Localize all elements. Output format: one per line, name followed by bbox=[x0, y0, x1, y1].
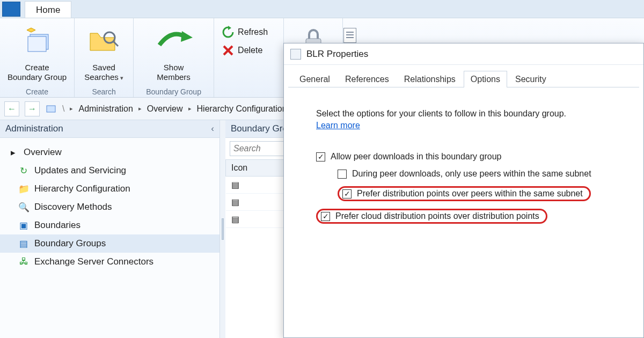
checkbox-icon[interactable] bbox=[316, 152, 325, 161]
folder-icon: 📁 bbox=[18, 183, 29, 194]
tab-security[interactable]: Security bbox=[508, 71, 553, 87]
svg-rect-10 bbox=[47, 106, 55, 112]
updates-icon: ↻ bbox=[18, 165, 29, 176]
discovery-icon: 🔍 bbox=[18, 202, 29, 212]
delete-label: Delete bbox=[238, 46, 262, 55]
delete-icon bbox=[222, 44, 235, 57]
nav-item-label: Exchange Server Connectors bbox=[34, 256, 153, 267]
nav-item-boundaries[interactable]: ▣ Boundaries bbox=[0, 216, 219, 234]
nav-title: Administration bbox=[5, 123, 63, 134]
opt-allow-peer[interactable]: Allow peer downloads in this boundary gr… bbox=[316, 152, 624, 161]
tab-home[interactable]: Home bbox=[25, 1, 71, 18]
show-members-caption: Boundary Group bbox=[146, 85, 201, 96]
dialog-icon bbox=[290, 49, 301, 60]
checkbox-label: Prefer distribution points over peers wi… bbox=[357, 189, 583, 199]
nav-item-hierarchy[interactable]: 📁 Hierarchy Configuration bbox=[0, 180, 219, 198]
splitter[interactable] bbox=[220, 120, 225, 338]
nav-collapse-icon[interactable]: ‹ bbox=[211, 123, 214, 134]
checkbox-icon[interactable] bbox=[321, 212, 330, 221]
ribbon-show-members[interactable]: Show Members Boundary Group bbox=[134, 18, 214, 97]
opt-prefer-cloud-dp[interactable]: Prefer cloud distribution points over di… bbox=[316, 209, 624, 224]
dialog-tabs: General References Relationships Options… bbox=[288, 65, 639, 87]
nav-back-button[interactable]: ← bbox=[4, 101, 19, 116]
checkbox-label: During peer downloads, only use peers wi… bbox=[352, 169, 591, 179]
show-members-label: Show Members bbox=[157, 63, 191, 82]
nav-item-label: Overview bbox=[24, 147, 62, 158]
nav-item-updates[interactable]: ↻ Updates and Servicing bbox=[0, 161, 219, 180]
folder-search-icon bbox=[88, 26, 120, 55]
crumb-2[interactable]: Hierarchy Configuration bbox=[197, 104, 287, 114]
tab-general[interactable]: General bbox=[292, 71, 337, 87]
ribbon-saved-searches[interactable]: Saved Searches Search bbox=[75, 18, 134, 97]
arrow-icon bbox=[155, 26, 193, 55]
refresh-button[interactable]: Refresh bbox=[222, 26, 268, 39]
svg-marker-0 bbox=[27, 28, 35, 32]
tab-relationships[interactable]: Relationships bbox=[397, 71, 463, 87]
learn-more-link[interactable]: Learn more bbox=[316, 121, 360, 130]
nav-item-overview[interactable]: ▸ Overview bbox=[0, 143, 219, 161]
nav-fwd-button[interactable]: → bbox=[25, 101, 40, 116]
nav-item-label: Updates and Servicing bbox=[34, 165, 126, 176]
boundaries-icon: ▣ bbox=[18, 220, 29, 231]
svg-rect-2 bbox=[28, 36, 46, 52]
checkbox-label: Prefer cloud distribution points over di… bbox=[335, 211, 539, 221]
checkbox-icon[interactable] bbox=[338, 170, 347, 179]
create-group-caption: Create bbox=[26, 85, 48, 96]
nav-item-label: Boundaries bbox=[34, 220, 80, 231]
crumb-1[interactable]: Overview bbox=[147, 104, 183, 114]
scope-icon bbox=[45, 103, 57, 115]
refresh-icon bbox=[222, 26, 235, 39]
svg-marker-6 bbox=[228, 26, 231, 30]
create-group-label: Create Boundary Group bbox=[8, 63, 67, 82]
nav-item-label: Boundary Groups bbox=[34, 238, 106, 249]
create-group-icon bbox=[23, 26, 52, 55]
saved-searches-caption: Search bbox=[92, 85, 115, 96]
dialog-intro: Select the options for your clients to f… bbox=[316, 109, 624, 119]
nav-item-boundary-groups[interactable]: ▤ Boundary Groups bbox=[0, 234, 219, 253]
boundary-groups-icon: ▤ bbox=[18, 238, 29, 249]
document-icon bbox=[343, 28, 356, 43]
saved-searches-label: Saved Searches bbox=[84, 63, 123, 82]
dialog-title: BLR Properties bbox=[306, 49, 368, 60]
nav-tree: ▸ Overview ↻ Updates and Servicing 📁 Hie… bbox=[0, 138, 219, 276]
ribbon-create-boundary-group[interactable]: Create Boundary Group Create bbox=[0, 18, 75, 97]
crumb-0[interactable]: Administration bbox=[78, 104, 133, 114]
properties-dialog: BLR Properties General References Relati… bbox=[283, 43, 644, 338]
nav-item-exchange[interactable]: 🖧 Exchange Server Connectors bbox=[0, 253, 219, 271]
delete-button[interactable]: Delete bbox=[222, 44, 268, 57]
tab-options[interactable]: Options bbox=[464, 71, 507, 87]
refresh-label: Refresh bbox=[238, 27, 268, 37]
ribbon-refresh-delete: Refresh Delete bbox=[214, 18, 284, 97]
exchange-icon: 🖧 bbox=[18, 256, 29, 267]
nav-item-label: Hierarchy Configuration bbox=[34, 183, 130, 194]
nav-item-label: Discovery Methods bbox=[34, 202, 112, 212]
svg-marker-5 bbox=[181, 31, 193, 42]
overview-icon: ▸ bbox=[8, 147, 18, 158]
tab-references[interactable]: References bbox=[338, 71, 396, 87]
checkbox-icon[interactable] bbox=[342, 189, 352, 199]
nav-item-discovery[interactable]: 🔍 Discovery Methods bbox=[0, 198, 219, 216]
window-menu-icon[interactable] bbox=[2, 2, 20, 17]
opt-same-subnet-only[interactable]: During peer downloads, only use peers wi… bbox=[338, 169, 624, 179]
opt-prefer-dp[interactable]: Prefer distribution points over peers wi… bbox=[338, 186, 624, 201]
checkbox-label: Allow peer downloads in this boundary gr… bbox=[331, 152, 501, 161]
